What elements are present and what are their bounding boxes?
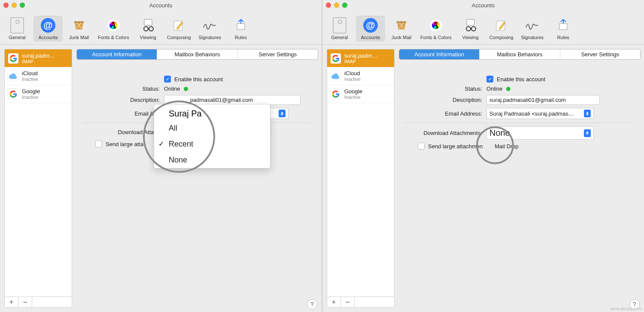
toolbar-viewing-label: Viewing bbox=[140, 35, 156, 40]
toolbar-accounts[interactable]: @ Accounts bbox=[33, 16, 63, 42]
window-title: Accounts bbox=[322, 2, 644, 9]
menu-item-none[interactable]: None bbox=[154, 152, 270, 168]
account-item-icloud[interactable]: iCloud Inactive bbox=[5, 67, 72, 85]
toolbar-fonts[interactable]: Fonts & Colors bbox=[95, 16, 132, 42]
email-label: Email Address: bbox=[405, 110, 486, 117]
minimize-icon[interactable] bbox=[12, 3, 17, 8]
tab-account-info[interactable]: Account Information bbox=[399, 49, 480, 59]
maildrop-label: Send large atta bbox=[106, 141, 143, 147]
download-popup[interactable]: None bbox=[486, 126, 594, 140]
account-item-icloud[interactable]: iCloud Inactive bbox=[327, 67, 394, 85]
tab-server-settings[interactable]: Server Settings bbox=[560, 49, 640, 59]
tab-account-info[interactable]: Account Information bbox=[77, 49, 157, 59]
enable-account-checkbox[interactable]: ✓ bbox=[486, 76, 493, 83]
add-remove-bar: + − bbox=[5, 297, 72, 307]
toolbar-general[interactable]: General bbox=[325, 16, 354, 42]
divider bbox=[405, 122, 634, 123]
remove-account-button[interactable]: − bbox=[18, 297, 32, 307]
toolbar-composing[interactable]: Composing bbox=[487, 16, 516, 42]
rules-icon bbox=[556, 18, 571, 33]
toolbar-rules-label: Rules bbox=[235, 35, 247, 40]
toolbar-signatures[interactable]: Signatures bbox=[195, 16, 225, 42]
toolbar-junk[interactable]: Junk Mail bbox=[64, 16, 94, 42]
svg-rect-5 bbox=[237, 24, 245, 30]
toolbar-rules-label: Rules bbox=[557, 35, 569, 40]
account-item-google[interactable]: Google Inactive bbox=[327, 85, 394, 103]
window-controls bbox=[3, 3, 25, 8]
svg-point-9 bbox=[471, 27, 476, 31]
maildrop-checkbox[interactable] bbox=[95, 141, 102, 147]
toolbar-accounts[interactable]: @ Accounts bbox=[356, 16, 385, 42]
download-popup-value: None bbox=[489, 128, 510, 138]
tab-server-settings[interactable]: Server Settings bbox=[238, 49, 318, 59]
toolbar-junk-label: Junk Mail bbox=[392, 35, 411, 40]
tab-mailbox-behaviors[interactable]: Mailbox Behaviors bbox=[157, 49, 237, 59]
close-icon[interactable] bbox=[326, 3, 331, 8]
description-label: Description: bbox=[405, 97, 486, 103]
svg-point-2 bbox=[144, 27, 148, 31]
maildrop-label-right: Mail Drop bbox=[495, 143, 519, 150]
account-status: Inactive bbox=[344, 95, 362, 100]
zoom-icon[interactable] bbox=[342, 3, 347, 8]
description-field[interactable]: padmasali01@gmail.com bbox=[164, 95, 301, 105]
viewing-icon bbox=[140, 18, 156, 33]
toolbar-viewing[interactable]: Viewing bbox=[134, 16, 163, 42]
email-popup[interactable]: Suraj Padmasali <suraj.padmas… bbox=[486, 108, 594, 119]
description-field[interactable]: suraj.padmasali01@gmail.com bbox=[486, 95, 600, 105]
toolbar-fonts[interactable]: Fonts & Colors bbox=[418, 16, 454, 42]
add-account-button[interactable]: + bbox=[327, 297, 341, 307]
account-details: Account Information Mailbox Behaviors Se… bbox=[76, 49, 317, 308]
rules-icon bbox=[233, 18, 249, 33]
general-icon bbox=[9, 18, 25, 33]
remove-account-button[interactable]: − bbox=[341, 297, 355, 307]
icloud-icon bbox=[331, 71, 341, 81]
svg-point-3 bbox=[149, 27, 153, 31]
status-value: Online bbox=[164, 86, 180, 92]
accounts-sidebar: suraj.padm… IMAP iCloud Inactive bbox=[4, 49, 72, 308]
account-item-selected[interactable]: suraj.padm… IMAP bbox=[327, 49, 394, 67]
maildrop-checkbox[interactable] bbox=[418, 143, 425, 150]
menu-item-all[interactable]: All bbox=[154, 120, 270, 136]
toolbar-signatures[interactable]: Signatures bbox=[518, 16, 547, 42]
toolbar-general[interactable]: General bbox=[3, 16, 32, 42]
toolbar-general-label: General bbox=[9, 35, 25, 40]
junk-icon bbox=[394, 18, 409, 33]
download-attachments-menu: Suraj Pa All Recent None bbox=[154, 104, 270, 168]
popup-arrows-icon bbox=[584, 129, 591, 137]
svg-rect-7 bbox=[467, 19, 474, 25]
google-icon bbox=[8, 89, 18, 99]
close-icon[interactable] bbox=[3, 3, 9, 8]
minimize-icon[interactable] bbox=[334, 3, 339, 8]
toolbar-composing[interactable]: Composing bbox=[164, 16, 194, 42]
zoom-icon[interactable] bbox=[20, 3, 25, 8]
toolbar-rules[interactable]: Rules bbox=[226, 16, 255, 42]
tab-mailbox-behaviors[interactable]: Mailbox Behaviors bbox=[480, 49, 560, 59]
toolbar-viewing[interactable]: Viewing bbox=[456, 16, 485, 42]
icloud-icon bbox=[8, 71, 18, 81]
preferences-toolbar: General @ Accounts Junk Mail Fonts & Col… bbox=[322, 10, 644, 45]
toolbar-rules[interactable]: Rules bbox=[549, 16, 578, 42]
help-button[interactable]: ? bbox=[307, 299, 317, 309]
account-name: Google bbox=[22, 88, 40, 95]
account-status: Inactive bbox=[22, 76, 38, 82]
menu-header-trunc: Suraj Pa bbox=[154, 104, 270, 120]
svg-rect-6 bbox=[397, 21, 407, 23]
toolbar-composing-label: Composing bbox=[489, 35, 513, 40]
google-icon bbox=[331, 53, 341, 64]
description-label: Description: bbox=[82, 97, 164, 103]
account-tabs: Account Information Mailbox Behaviors Se… bbox=[76, 49, 318, 60]
add-account-button[interactable]: + bbox=[5, 297, 18, 307]
fonts-icon bbox=[106, 18, 121, 33]
svg-point-8 bbox=[466, 27, 471, 31]
enable-account-label: Enable this account bbox=[497, 76, 545, 83]
enable-account-checkbox[interactable]: ✓ bbox=[164, 76, 171, 83]
popup-arrows-icon bbox=[279, 110, 286, 117]
account-item-google[interactable]: Google Inactive bbox=[5, 85, 72, 103]
pane-right: Accounts General @ Accounts Junk Mail Fo… bbox=[322, 0, 644, 312]
account-item-selected[interactable]: suraj.padm… IMAP bbox=[5, 49, 72, 67]
signatures-icon bbox=[525, 18, 540, 33]
menu-item-recent[interactable]: Recent bbox=[154, 136, 270, 152]
window-controls bbox=[326, 3, 347, 8]
toolbar-junk[interactable]: Junk Mail bbox=[387, 16, 416, 42]
popup-arrows-icon bbox=[584, 110, 591, 117]
